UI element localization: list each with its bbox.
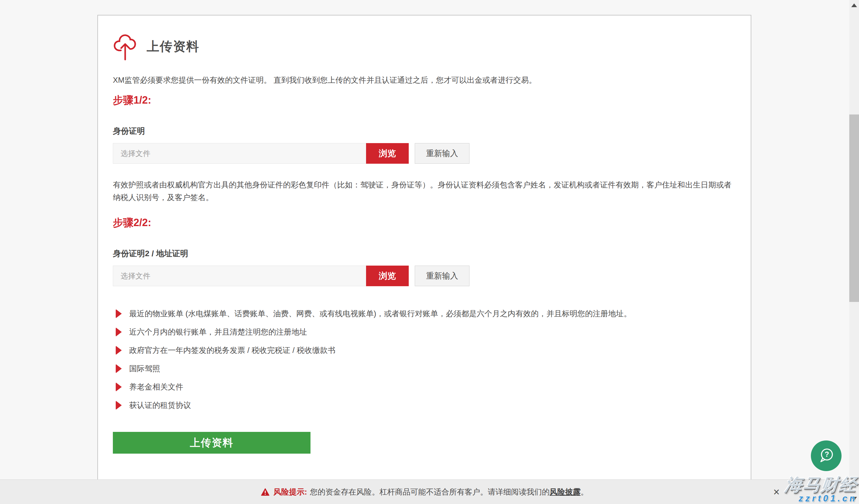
requirements-list: 最近的物业账单 (水电煤账单、话费账单、油费、网费、或有线电视账单)，或者银行对… — [113, 309, 736, 411]
risk-disclosure-link[interactable]: 风险披露 — [549, 488, 581, 496]
list-item: 最近的物业账单 (水电煤账单、话费账单、油费、网费、或有线电视账单)，或者银行对… — [113, 309, 736, 319]
bullet-arrow-icon — [116, 364, 122, 373]
step1-heading: 步骤1/2: — [113, 93, 736, 107]
page-header: 上传资料 — [113, 31, 736, 61]
risk-warning-bar: 风险提示: 您的资金存在风险。杠杆商品可能不适合所有客户。请详细阅读我们的风险披… — [0, 479, 849, 504]
scroll-down-icon[interactable] — [851, 497, 857, 501]
list-item: 国际驾照 — [113, 363, 736, 374]
step1-file-input[interactable] — [113, 143, 366, 164]
step2-reset-button[interactable]: 重新输入 — [415, 266, 469, 286]
scrollbar-thumb[interactable] — [849, 114, 859, 302]
warning-triangle-icon — [261, 488, 270, 496]
intro-text: XM监管必须要求您提供一份有效的文件证明。 直到我们收到您上传的文件并且认证通过… — [113, 75, 736, 86]
bullet-arrow-icon — [116, 327, 122, 336]
page-title: 上传资料 — [147, 38, 199, 55]
risk-warning-text: 您的资金存在风险。杠杆商品可能不适合所有客户。请详细阅读我们的风险披露。 — [310, 487, 588, 497]
page-scrollbar[interactable] — [849, 0, 859, 504]
step1-note: 有效护照或者由权威机构官方出具的其他身份证件的彩色复印件（比如：驾驶证，身份证等… — [113, 178, 736, 204]
upload-form-card: 上传资料 XM监管必须要求您提供一份有效的文件证明。 直到我们收到您上传的文件并… — [97, 15, 751, 504]
upload-cloud-icon — [113, 32, 137, 61]
step2-field-label: 身份证明2 / 地址证明 — [113, 248, 736, 259]
list-item: 近六个月内的银行账单，并且清楚注明您的注册地址 — [113, 327, 736, 337]
step1-field-label: 身份证明 — [113, 126, 736, 137]
bullet-arrow-icon — [116, 382, 122, 392]
risk-warning-label: 风险提示: — [273, 487, 307, 497]
upload-submit-button[interactable]: 上传资料 — [113, 432, 311, 454]
step2-file-input[interactable] — [113, 266, 366, 286]
step1-file-row: 浏览 重新输入 — [113, 143, 736, 164]
step2-heading: 步骤2/2: — [113, 216, 736, 230]
requirement-text: 获认证的租赁协议 — [129, 400, 191, 411]
list-item: 养老金相关文件 — [113, 382, 736, 392]
step2-file-row: 浏览 重新输入 — [113, 266, 736, 286]
requirement-text: 最近的物业账单 (水电煤账单、话费账单、油费、网费、或有线电视账单)，或者银行对… — [129, 309, 631, 319]
requirement-text: 养老金相关文件 — [129, 382, 183, 392]
bullet-arrow-icon — [116, 401, 122, 410]
list-item: 政府官方在一年内签发的税务发票 / 税收完税证 / 税收缴款书 — [113, 345, 736, 356]
help-chat-button[interactable]: ? — [811, 440, 842, 471]
step1-reset-button[interactable]: 重新输入 — [415, 143, 469, 164]
requirement-text: 近六个月内的银行账单，并且清楚注明您的注册地址 — [129, 327, 307, 337]
bullet-arrow-icon — [116, 346, 122, 355]
bullet-arrow-icon — [116, 309, 122, 318]
scroll-up-icon[interactable] — [851, 3, 857, 7]
requirement-text: 国际驾照 — [129, 363, 160, 374]
requirement-text: 政府官方在一年内签发的税务发票 / 税收完税证 / 税收缴款书 — [129, 345, 335, 356]
question-bubble-icon: ? — [817, 446, 835, 466]
close-icon[interactable]: × — [773, 487, 780, 498]
svg-text:?: ? — [825, 450, 829, 458]
step1-browse-button[interactable]: 浏览 — [366, 143, 409, 164]
step2-browse-button[interactable]: 浏览 — [366, 266, 409, 286]
list-item: 获认证的租赁协议 — [113, 400, 736, 411]
